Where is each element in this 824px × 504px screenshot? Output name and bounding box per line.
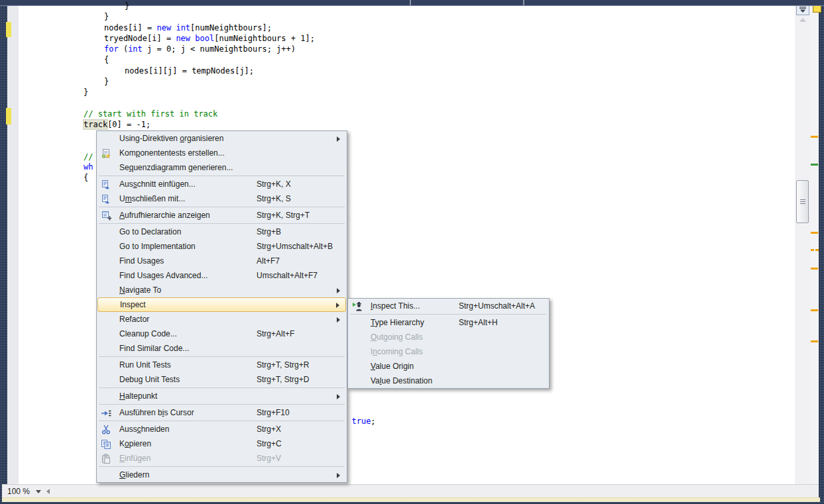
cut-icon <box>100 424 112 435</box>
menu-item-label: Gliedern <box>119 468 149 481</box>
menu-item-gliedern[interactable]: Gliedern <box>97 468 347 482</box>
menu-item-label: Incoming Calls <box>371 345 423 358</box>
submenu-arrow-icon <box>337 288 340 293</box>
menu-item-label: Using-Direktiven organisieren <box>119 132 223 145</box>
menu-icon-placeholder <box>101 299 113 311</box>
menu-item-ausschneiden[interactable]: AusschneidenStrg+X <box>97 422 347 436</box>
call-hierarchy-icon <box>100 210 112 221</box>
zoom-select[interactable]: 100 % <box>2 485 43 498</box>
submenu-arrow-icon <box>337 317 340 323</box>
menu-item-shortcut: Strg+Umschalt+Alt+A <box>459 299 535 313</box>
menu-item-label: Ausschnitt einfügen... <box>119 177 196 191</box>
menu-item-sequenzdiagramm-generieren[interactable]: Sequenzdiagramm generieren... <box>97 160 347 175</box>
menu-separator <box>99 207 345 207</box>
menu-item-refactor[interactable]: Refactor <box>97 312 347 327</box>
error-stripe-mark[interactable] <box>811 340 818 342</box>
menu-item-label: Find Similar Code... <box>119 342 189 355</box>
menu-item-go-to-implementation[interactable]: Go to ImplementationStrg+Umschalt+Alt+B <box>97 239 347 254</box>
submenu-arrow-icon <box>337 394 340 399</box>
menu-item-label: Haltepunkt <box>119 389 157 403</box>
error-stripe-mark[interactable] <box>815 249 819 251</box>
unit-test-file-icon <box>100 148 112 159</box>
menu-icon-placeholder <box>100 314 112 325</box>
editor-context-menu: Using-Direktiven organisierenKomponenten… <box>96 130 347 483</box>
menu-item-shortcut: Strg+C <box>257 437 282 450</box>
menu-item-find-usages-advanced[interactable]: Find Usages Advanced...Umschalt+Alt+F7 <box>97 268 347 283</box>
menu-item-debug-unit-tests[interactable]: Debug Unit TestsStrg+T, Strg+D <box>97 372 347 387</box>
zoom-dropdown-icon <box>36 490 41 493</box>
error-stripe-mark[interactable] <box>811 232 818 234</box>
error-stripe-mark[interactable] <box>811 309 818 311</box>
menu-item-ausschnitt-einf-gen[interactable]: Ausschnitt einfügen...Strg+K, X <box>97 177 347 191</box>
menu-item-haltepunkt[interactable]: Haltepunkt <box>97 389 347 403</box>
menu-item-komponententests-erstellen[interactable]: Komponententests erstellen... <box>97 146 347 160</box>
run-to-cursor-icon <box>100 407 112 419</box>
error-stripe-mark[interactable] <box>811 164 818 166</box>
menu-item-value-origin[interactable]: Value Origin <box>348 359 549 374</box>
menu-item-label: Aufrufhierarchie anzeigen <box>119 209 210 222</box>
menu-separator <box>99 223 345 224</box>
menu-item-label: Einfügen <box>119 452 150 465</box>
submenu-arrow-icon <box>337 136 340 142</box>
error-stripe-mark[interactable] <box>811 268 818 270</box>
menu-item-aufrufhierarchie-anzeigen[interactable]: Aufrufhierarchie anzeigenStrg+K, Strg+T <box>97 208 347 223</box>
vertical-scrollbar-thumb[interactable] <box>796 180 809 223</box>
menu-item-label: Debug Unit Tests <box>119 373 180 386</box>
error-stripe-mark[interactable] <box>811 249 814 251</box>
menu-item-label: Inspect This... <box>371 299 420 313</box>
editor-indicator-margin[interactable] <box>7 5 19 484</box>
menu-item-inspect-this[interactable]: Inspect This...Strg+Umschalt+Alt+A <box>348 299 549 313</box>
menu-item-label: Value Origin <box>371 360 414 373</box>
menu-item-shortcut: Strg+K, X <box>257 177 291 191</box>
menu-item-run-unit-tests[interactable]: Run Unit TestsStrg+T, Strg+R <box>97 358 347 372</box>
scroll-up-icon[interactable] <box>799 18 806 22</box>
menu-item-inspect[interactable]: Inspect <box>97 297 346 312</box>
menu-item-value-destination[interactable]: Value Destination <box>348 374 549 388</box>
menu-item-shortcut: Strg+B <box>257 225 281 238</box>
change-tracking-marker <box>6 108 11 125</box>
submenu-arrow-icon <box>336 303 339 308</box>
bottom-accent-strip <box>2 497 820 502</box>
scroll-left-icon[interactable] <box>46 489 50 494</box>
visual-studio-window: }}nodes[i] = new int[numNeightbours];try… <box>0 0 824 504</box>
error-stripe[interactable] <box>810 5 819 497</box>
scrollbar-grip-icon <box>800 199 805 204</box>
menu-icon-placeholder <box>351 361 363 372</box>
menu-item-using-direktiven-organisieren[interactable]: Using-Direktiven organisieren <box>97 131 347 146</box>
menu-item-shortcut: Strg+Alt+F <box>257 327 294 340</box>
menu-item-navigate-to[interactable]: Navigate To <box>97 283 347 297</box>
menu-item-find-similar-code[interactable]: Find Similar Code... <box>97 341 347 356</box>
menu-item-kopieren[interactable]: KopierenStrg+C <box>97 436 347 451</box>
menu-icon-placeholder <box>100 270 112 281</box>
menu-item-shortcut: Umschalt+Alt+F7 <box>257 269 318 282</box>
menu-icon-placeholder <box>100 470 112 481</box>
menu-item-go-to-declaration[interactable]: Go to DeclarationStrg+B <box>97 225 347 239</box>
menu-item-label: Inspect <box>120 298 146 311</box>
menu-item-label: Find Usages Advanced... <box>119 269 207 282</box>
menu-item-cleanup-code[interactable]: Cleanup Code...Strg+Alt+F <box>97 327 347 341</box>
change-tracking-marker <box>6 22 11 37</box>
menu-icon-placeholder <box>100 133 112 144</box>
menu-item-umschlie-en-mit[interactable]: Umschließen mit...Strg+K, S <box>97 191 347 206</box>
menu-item-shortcut: Strg+Umschalt+Alt+B <box>257 240 333 253</box>
horizontal-scrollbar-bar[interactable]: 100 % <box>2 484 819 498</box>
menu-item-ausf-hren-bis-cursor[interactable]: Ausführen bis CursorStrg+F10 <box>97 405 347 420</box>
menu-item-label: Go to Declaration <box>119 225 181 238</box>
menu-icon-placeholder <box>351 317 363 328</box>
menu-item-label: Ausführen bis Cursor <box>119 406 194 419</box>
menu-item-shortcut: Alt+F7 <box>257 254 280 268</box>
menu-item-shortcut: Strg+X <box>257 423 281 436</box>
menu-item-label: Sequenzdiagramm generieren... <box>119 161 233 174</box>
error-stripe-mark[interactable] <box>811 136 818 138</box>
menu-item-label: Umschließen mit... <box>119 192 185 205</box>
vertical-scrollbar-track[interactable] <box>795 5 810 484</box>
menu-icon-placeholder <box>100 256 112 267</box>
menu-item-find-usages[interactable]: Find UsagesAlt+F7 <box>97 254 347 268</box>
menu-item-label: Refactor <box>119 313 149 326</box>
menu-item-type-hierarchy[interactable]: Type HierarchyStrg+Alt+H <box>348 315 549 330</box>
menu-icon-placeholder <box>351 346 363 358</box>
menu-item-label: Navigate To <box>119 283 161 297</box>
menu-icon-placeholder <box>100 241 112 252</box>
menu-icon-placeholder <box>100 162 112 174</box>
menu-item-shortcut: Strg+K, S <box>257 192 291 205</box>
